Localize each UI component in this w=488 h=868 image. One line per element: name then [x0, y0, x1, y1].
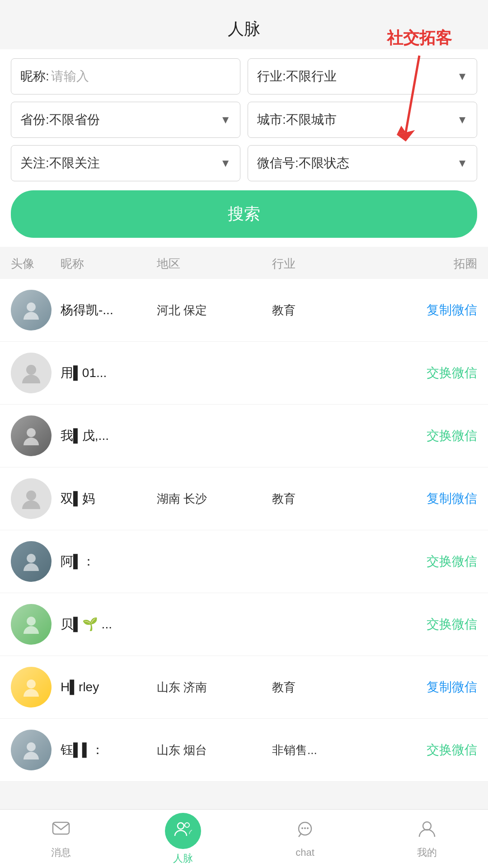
- user-industry: 教育: [272, 491, 362, 507]
- user-industry: 非销售...: [272, 742, 362, 758]
- user-list: 杨得凯-...河北 保定教育复制微信 用▌01...交换微信 我▌戊,...交换…: [0, 279, 488, 782]
- messages-icon: [51, 819, 71, 843]
- filter-section: 昵称: 行业:不限行业 ▼ 省份:不限省份 ▼ 城市:不限城市 ▼ 关注:不限关…: [0, 49, 488, 247]
- province-filter[interactable]: 省份:不限省份 ▼: [11, 102, 240, 138]
- user-name: 贝▌🌱 ...: [61, 616, 157, 633]
- nav-label-contacts: 人脉: [173, 852, 193, 865]
- avatar: [11, 415, 52, 456]
- follow-label: 关注:不限关注: [20, 155, 100, 172]
- avatar-placeholder: [11, 353, 52, 393]
- user-region: 山东 济南: [157, 679, 272, 695]
- col-header-industry: 行业: [272, 256, 362, 272]
- col-header-region: 地区: [157, 256, 272, 272]
- nickname-label-text: 昵称:: [20, 68, 49, 85]
- filter-row-2: 省份:不限省份 ▼ 城市:不限城市 ▼: [11, 102, 477, 138]
- user-action-button[interactable]: 交换微信: [362, 553, 477, 570]
- nav-label-chat: chat: [296, 847, 314, 859]
- bottom-nav: 消息 人脉 chat: [0, 809, 488, 868]
- user-name: 杨得凯-...: [61, 302, 157, 319]
- svg-point-10: [27, 679, 36, 689]
- nav-item-contacts[interactable]: 人脉: [122, 810, 244, 868]
- nickname-filter[interactable]: 昵称:: [11, 58, 240, 94]
- table-row: 我▌戊,...交换微信: [0, 405, 488, 467]
- chat-icon: [295, 820, 315, 844]
- nav-label-mine: 我的: [417, 846, 437, 859]
- user-action-button[interactable]: 交换微信: [362, 364, 477, 382]
- svg-rect-12: [53, 822, 69, 834]
- nav-item-mine[interactable]: 我的: [366, 810, 488, 868]
- city-label: 城市:不限城市: [257, 111, 337, 128]
- svg-point-14: [185, 823, 189, 827]
- svg-point-5: [26, 365, 36, 375]
- user-industry: 教育: [272, 302, 362, 318]
- svg-point-7: [26, 491, 36, 500]
- user-action-button[interactable]: 交换微信: [362, 741, 477, 759]
- filter-row-3: 关注:不限关注 ▼ 微信号:不限状态 ▼: [11, 145, 477, 181]
- user-action-button[interactable]: 交换微信: [362, 616, 477, 633]
- industry-filter[interactable]: 行业:不限行业 ▼: [248, 58, 477, 94]
- table-row: 钰▌▌：山东 烟台非销售...交换微信: [0, 719, 488, 782]
- svg-point-8: [27, 554, 36, 563]
- follow-dropdown-arrow: ▼: [220, 157, 231, 170]
- nav-label-messages: 消息: [51, 846, 71, 859]
- user-action-button[interactable]: 复制微信: [362, 679, 477, 696]
- col-header-avatar: 头像: [11, 256, 61, 272]
- svg-point-11: [27, 742, 36, 751]
- col-header-name: 昵称: [61, 256, 157, 272]
- table-row: H▌rley山东 济南教育复制微信: [0, 656, 488, 719]
- user-action-button[interactable]: 复制微信: [362, 302, 477, 319]
- svg-point-18: [307, 827, 309, 829]
- city-filter[interactable]: 城市:不限城市 ▼: [248, 102, 477, 138]
- user-name: H▌rley: [61, 680, 157, 694]
- province-label: 省份:不限省份: [20, 111, 100, 128]
- svg-point-4: [27, 302, 36, 311]
- table-header: 头像 昵称 地区 行业 拓圈: [0, 249, 488, 279]
- user-region: 河北 保定: [157, 302, 272, 318]
- follow-filter[interactable]: 关注:不限关注 ▼: [11, 145, 240, 181]
- avatar: [11, 667, 52, 708]
- svg-point-9: [27, 617, 36, 626]
- col-header-action: 拓圈: [362, 256, 477, 272]
- table-row: 阿▌：交换微信: [0, 530, 488, 593]
- svg-point-6: [27, 428, 36, 437]
- table-row: 双▌妈湖南 长沙教育复制微信: [0, 467, 488, 530]
- nickname-input[interactable]: [51, 69, 231, 84]
- user-name: 阿▌：: [61, 553, 157, 570]
- svg-point-13: [178, 823, 184, 829]
- svg-point-16: [301, 827, 303, 829]
- svg-point-17: [304, 827, 306, 829]
- table-row: 用▌01...交换微信: [0, 342, 488, 405]
- user-region: 湖南 长沙: [157, 491, 272, 507]
- wechat-dropdown-arrow: ▼: [457, 157, 468, 170]
- avatar-placeholder: [11, 478, 52, 519]
- svg-point-19: [423, 822, 431, 830]
- user-region: 山东 烟台: [157, 742, 272, 758]
- table-row: 杨得凯-...河北 保定教育复制微信: [0, 279, 488, 342]
- contacts-icon: [174, 820, 192, 842]
- search-button[interactable]: 搜索: [11, 190, 477, 238]
- user-name: 用▌01...: [61, 364, 157, 382]
- wechat-filter[interactable]: 微信号:不限状态 ▼: [248, 145, 477, 181]
- user-industry: 教育: [272, 679, 362, 695]
- province-dropdown-arrow: ▼: [220, 113, 231, 126]
- industry-dropdown-arrow: ▼: [457, 70, 468, 83]
- user-name: 钰▌▌：: [61, 741, 157, 759]
- industry-label: 行业:不限行业: [257, 68, 337, 85]
- page-title: 人脉: [0, 0, 488, 49]
- avatar: [11, 730, 52, 770]
- nav-item-chat[interactable]: chat: [244, 810, 366, 868]
- nav-active-bg: [165, 813, 201, 849]
- user-name: 我▌戊,...: [61, 427, 157, 444]
- wechat-label: 微信号:不限状态: [257, 155, 349, 172]
- filter-row-1: 昵称: 行业:不限行业 ▼: [11, 58, 477, 94]
- user-name: 双▌妈: [61, 490, 157, 507]
- city-dropdown-arrow: ▼: [457, 113, 468, 126]
- user-action-button[interactable]: 复制微信: [362, 490, 477, 507]
- avatar: [11, 290, 52, 330]
- table-row: 贝▌🌱 ...交换微信: [0, 593, 488, 656]
- mine-icon: [417, 819, 437, 843]
- nav-item-messages[interactable]: 消息: [0, 810, 122, 868]
- avatar: [11, 604, 52, 645]
- user-action-button[interactable]: 交换微信: [362, 427, 477, 444]
- avatar: [11, 541, 52, 582]
